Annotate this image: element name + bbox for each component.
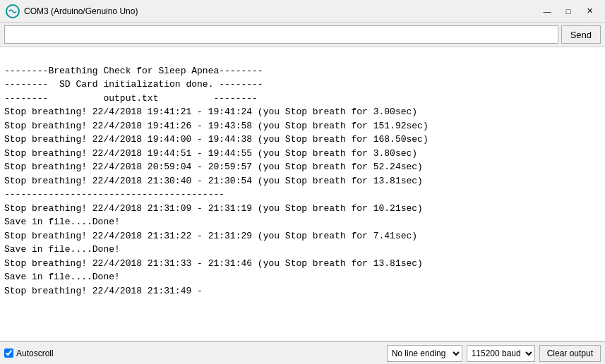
autoscroll-text: Autoscroll — [16, 348, 54, 358]
output-text: --------Breathing Check for Sleep Apnea-… — [4, 66, 429, 296]
maximize-button[interactable]: □ — [558, 4, 578, 19]
line-ending-select[interactable]: No line ending Newline Carriage return B… — [387, 345, 462, 362]
send-button[interactable]: Send — [561, 25, 601, 44]
autoscroll-checkbox[interactable] — [4, 348, 13, 358]
window-controls: — □ ✕ — [537, 4, 599, 19]
output-area: --------Breathing Check for Sleep Apnea-… — [0, 47, 605, 341]
close-button[interactable]: ✕ — [580, 4, 599, 19]
toolbar: Send — [0, 23, 605, 47]
serial-input[interactable] — [4, 25, 558, 44]
clear-output-button[interactable]: Clear output — [539, 345, 601, 362]
autoscroll-label[interactable]: Autoscroll — [4, 348, 54, 358]
baud-rate-select[interactable]: 300 baud 1200 baud 2400 baud 4800 baud 9… — [467, 345, 535, 362]
app-logo — [6, 4, 20, 18]
minimize-button[interactable]: — — [537, 4, 557, 19]
status-bar: Autoscroll No line ending Newline Carria… — [0, 341, 605, 364]
window-title: COM3 (Arduino/Genuino Uno) — [24, 6, 537, 16]
title-bar: COM3 (Arduino/Genuino Uno) — □ ✕ — [0, 0, 605, 23]
